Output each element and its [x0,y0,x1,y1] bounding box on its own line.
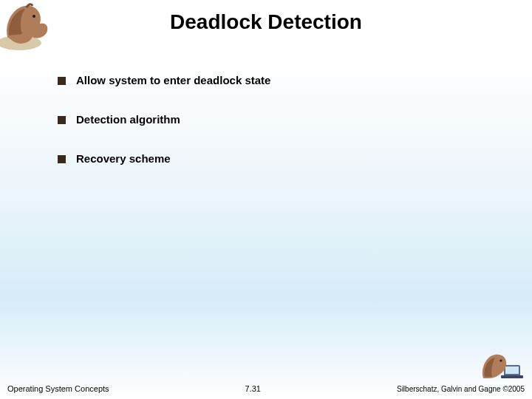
svg-point-5 [499,359,502,361]
slide-title: Deadlock Detection [0,10,532,34]
bullet-square-icon [58,155,66,163]
list-item: Allow system to enter deadlock state [58,74,488,86]
bullet-text: Detection algorithm [76,113,180,126]
bullet-text: Allow system to enter deadlock state [76,74,270,86]
footer: Operating System Concepts 7.31 Silbersch… [7,384,525,393]
svg-rect-4 [501,375,523,378]
page-number: 7.31 [109,384,397,393]
slide: Deadlock Detection Allow system to enter… [0,0,532,399]
bullet-square-icon [58,77,66,85]
bullet-square-icon [58,116,66,124]
bullet-list: Allow system to enter deadlock state Det… [58,74,488,191]
list-item: Detection algorithm [58,113,488,126]
bullet-text: Recovery scheme [76,152,171,165]
svg-rect-3 [505,366,519,374]
footer-left: Operating System Concepts [7,384,109,393]
footer-copyright: Silberschatz, Galvin and Gagne ©2005 [397,385,525,393]
list-item: Recovery scheme [58,152,488,165]
dinosaur-mascot-small-icon [479,349,526,384]
